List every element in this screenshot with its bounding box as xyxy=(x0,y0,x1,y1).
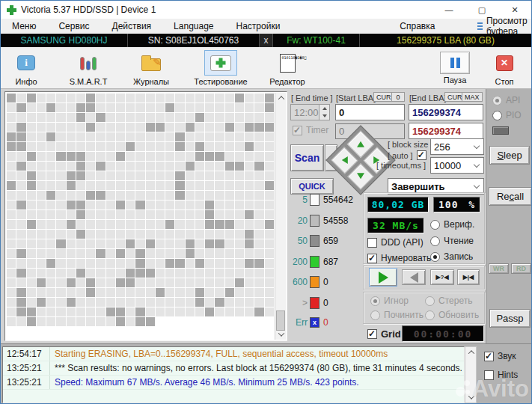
sleep-button[interactable]: Sleep xyxy=(489,146,530,165)
block-cell xyxy=(215,103,224,112)
block-cell xyxy=(186,278,195,287)
block-cell xyxy=(254,94,263,102)
block-cell xyxy=(27,103,36,112)
block-cell xyxy=(165,152,174,161)
block-cell xyxy=(186,288,195,297)
block-cell xyxy=(27,220,36,229)
write-radio[interactable]: Запись xyxy=(430,251,473,262)
menu-item-settings[interactable]: Настройки xyxy=(225,21,292,31)
menu-item-language[interactable]: Language xyxy=(162,21,224,31)
sound-checkbox[interactable]: Звук xyxy=(484,351,516,361)
ddd-checkbox[interactable]: DDD (API) xyxy=(367,237,424,248)
block-cell xyxy=(27,278,36,287)
checkbox-icon xyxy=(367,254,377,263)
pause-icon xyxy=(450,58,460,68)
menu-item-help[interactable]: Справка xyxy=(388,21,446,31)
verify-radio[interactable]: Вериф. xyxy=(430,219,474,230)
stop-button[interactable]: Стоп xyxy=(485,47,524,86)
scroll-down-icon[interactable] xyxy=(275,329,287,340)
block-cell xyxy=(245,230,254,239)
menu-item-menu[interactable]: Меню xyxy=(1,21,47,31)
block-cell xyxy=(37,171,46,180)
block-cell xyxy=(215,181,224,190)
passp-button[interactable]: Passp xyxy=(489,309,531,328)
block-cell xyxy=(186,113,195,122)
block-cell xyxy=(7,259,16,268)
seek-end-button[interactable]: ▶|◀ xyxy=(457,269,480,285)
block-cell xyxy=(265,230,274,239)
block-cell xyxy=(195,113,204,122)
block-cell xyxy=(175,239,184,248)
checkbox-icon xyxy=(484,352,494,361)
recall-button[interactable]: Recall xyxy=(489,187,532,206)
journals-button[interactable]: Журналы xyxy=(126,47,176,86)
info-button[interactable]: Инфо xyxy=(7,47,46,86)
block-cell xyxy=(96,230,105,239)
seek-question-button[interactable]: ▶?◀ xyxy=(430,269,454,285)
block-cell xyxy=(186,239,195,248)
menu-item-service[interactable]: Сервис xyxy=(47,21,100,31)
editor-button[interactable]: Редактор xyxy=(263,47,312,86)
block-size-select[interactable]: 256 xyxy=(430,138,484,155)
read-radio[interactable]: Чтение xyxy=(430,236,474,246)
block-cell xyxy=(215,142,224,151)
block-cell xyxy=(37,298,46,307)
block-cell xyxy=(186,181,195,190)
block-map-scrollbar[interactable] xyxy=(275,93,286,340)
block-cell xyxy=(116,162,125,171)
block-cell xyxy=(76,298,85,307)
scroll-up-icon[interactable] xyxy=(465,347,477,358)
block-cell xyxy=(146,152,155,161)
block-cell xyxy=(46,259,55,268)
testing-button[interactable]: Тестирование xyxy=(186,47,255,86)
log-box: 12:54:17 Starting ERASING, LBA=0..156299… xyxy=(2,346,465,403)
timer-check-icon xyxy=(293,126,302,135)
block-cell xyxy=(215,152,224,161)
block-cell xyxy=(245,259,254,268)
block-cell xyxy=(46,210,55,219)
step-back-button[interactable] xyxy=(402,269,426,285)
quick-button[interactable]: QUICK xyxy=(290,178,334,195)
block-cell xyxy=(67,142,76,151)
scrollbar-thumb[interactable] xyxy=(276,310,285,331)
timeout-select[interactable]: 10000 xyxy=(430,157,484,174)
block-cell xyxy=(116,191,125,200)
radio-icon xyxy=(425,310,435,320)
block-cell xyxy=(265,201,274,209)
finish-value: Завершить xyxy=(391,181,474,192)
block-cell xyxy=(175,103,184,112)
smart-button[interactable]: S.M.A.R.T xyxy=(64,47,113,86)
block-cell xyxy=(146,220,155,229)
block-cell xyxy=(7,152,16,161)
block-cell xyxy=(135,259,144,268)
block-cell xyxy=(235,259,244,268)
block-cell xyxy=(37,278,46,287)
scan-button[interactable]: Scan xyxy=(290,144,324,171)
block-cell xyxy=(46,278,55,287)
block-cell xyxy=(27,94,36,102)
block-cell xyxy=(135,201,144,209)
numerate-checkbox[interactable]: Нумеровать xyxy=(367,253,431,263)
block-cell xyxy=(106,152,115,161)
menu-item-actions[interactable]: Действия xyxy=(101,21,163,31)
block-cell xyxy=(254,298,263,307)
block-cell xyxy=(106,239,115,248)
play-button[interactable] xyxy=(369,268,397,287)
block-cell xyxy=(16,191,25,200)
block-cell xyxy=(126,307,135,316)
block-cell xyxy=(254,113,263,122)
block-cell xyxy=(245,288,254,297)
start-lba-input[interactable]: 0 xyxy=(335,104,405,120)
start-zero-button[interactable]: 0 xyxy=(391,92,405,102)
block-cell xyxy=(7,191,16,200)
end-lba-input[interactable]: 156299374 xyxy=(409,104,483,120)
pause-label: Пауза xyxy=(444,76,467,85)
scroll-up-icon[interactable] xyxy=(275,93,287,103)
end-time-spinner[interactable]: 12:00 xyxy=(290,104,330,120)
block-cell xyxy=(135,298,144,307)
pause-button[interactable]: Пауза xyxy=(435,47,474,85)
minimize-button[interactable]: — xyxy=(432,1,465,19)
end-max-button[interactable]: MAX xyxy=(462,92,483,102)
grid-checkbox[interactable]: Grid xyxy=(367,328,401,340)
auto-checkbox[interactable]: [ auto ] xyxy=(388,150,426,160)
